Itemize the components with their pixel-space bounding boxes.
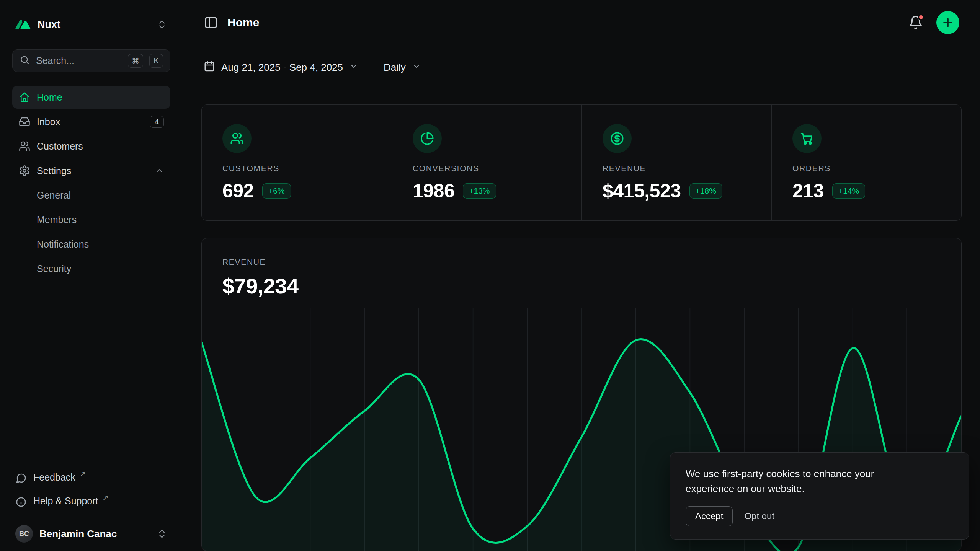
- stat-delta-badge: +18%: [689, 183, 722, 199]
- sidebar-subitem-general[interactable]: General: [12, 184, 170, 207]
- search-placeholder: Search...: [36, 55, 122, 66]
- chevron-down-icon: [412, 62, 421, 73]
- stat-value: $415,523: [603, 180, 681, 202]
- inbox-icon: [19, 116, 30, 127]
- external-link-icon: ↗: [103, 493, 109, 502]
- topbar-actions: [908, 11, 959, 34]
- stat-label: CONVERSIONS: [413, 164, 561, 173]
- cookie-consent-toast: We use first-party cookies to enhance yo…: [670, 452, 969, 540]
- revenue-chart-value: $79,234: [222, 274, 941, 298]
- sidebar-item-label: Settings: [37, 165, 71, 176]
- sidebar: Nuxt Search... ⌘ K Home: [0, 0, 183, 551]
- stat-label: REVENUE: [603, 164, 751, 173]
- workspace-switcher[interactable]: Nuxt: [12, 9, 170, 40]
- cookie-accept-button[interactable]: Accept: [686, 506, 733, 526]
- stat-value: 692: [222, 180, 254, 202]
- feedback-label: Feedback: [33, 472, 75, 483]
- stat-value: 1986: [413, 180, 454, 202]
- sidebar-item-label: Inbox: [37, 116, 60, 127]
- gear-icon: [19, 165, 30, 176]
- stat-delta-badge: +6%: [262, 183, 291, 199]
- date-range-label: Aug 21, 2025 - Sep 4, 2025: [221, 62, 343, 73]
- kbd-cmd: ⌘: [128, 54, 143, 68]
- top-header: Home: [183, 0, 980, 45]
- filters-toolbar: Aug 21, 2025 - Sep 4, 2025 Daily: [183, 45, 980, 90]
- avatar: BC: [15, 525, 33, 543]
- notifications-bell-button[interactable]: [908, 15, 923, 30]
- stat-orders: ORDERS 213 +14%: [771, 105, 961, 220]
- search-input[interactable]: Search... ⌘ K: [12, 49, 170, 72]
- add-button[interactable]: [936, 11, 959, 34]
- sidebar-item-label: Customers: [37, 141, 83, 152]
- sidebar-item-customers[interactable]: Customers: [12, 135, 170, 158]
- period-select[interactable]: Daily: [384, 62, 421, 73]
- period-label: Daily: [384, 62, 406, 73]
- chevron-up-icon: [155, 166, 164, 175]
- page-title: Home: [227, 16, 259, 29]
- feedback-link[interactable]: Feedback ↗: [12, 466, 170, 490]
- kbd-k: K: [149, 54, 163, 68]
- info-circle-icon: [15, 496, 27, 508]
- inbox-count-badge: 4: [150, 116, 164, 128]
- sidebar-subitem-notifications[interactable]: Notifications: [12, 233, 170, 256]
- stat-label: CUSTOMERS: [222, 164, 371, 173]
- stat-conversions: CONVERSIONS 1986 +13%: [392, 105, 581, 220]
- chevrons-up-down-icon: [157, 528, 167, 539]
- sidebar-subitem-security[interactable]: Security: [12, 257, 170, 280]
- revenue-chart-label: REVENUE: [222, 258, 941, 267]
- help-support-link[interactable]: Help & Support ↗: [12, 490, 170, 514]
- revenue-chart-header: REVENUE $79,234: [202, 238, 961, 298]
- notification-dot: [918, 14, 924, 20]
- help-support-label: Help & Support: [33, 496, 98, 507]
- nuxt-logo-icon: [15, 17, 31, 32]
- cookie-message: We use first-party cookies to enhance yo…: [686, 466, 919, 496]
- sidebar-subitem-members[interactable]: Members: [12, 208, 170, 231]
- sidebar-item-label: Home: [37, 92, 62, 103]
- sidebar-item-home[interactable]: Home: [12, 86, 170, 109]
- calendar-icon: [204, 60, 215, 75]
- pie-chart-icon: [413, 124, 442, 153]
- stat-revenue: REVENUE $415,523 +18%: [581, 105, 771, 220]
- stat-delta-badge: +13%: [463, 183, 496, 199]
- home-icon: [19, 91, 30, 103]
- app-root: Nuxt Search... ⌘ K Home: [0, 0, 980, 551]
- users-icon: [19, 140, 30, 152]
- user-name: Benjamin Canac: [39, 528, 117, 540]
- message-bubble-icon: [15, 473, 27, 484]
- chevrons-up-down-icon: [157, 19, 167, 30]
- cookie-actions: Accept Opt out: [686, 506, 954, 526]
- stat-customers: CUSTOMERS 692 +6%: [202, 105, 392, 220]
- chevron-down-icon: [349, 62, 358, 73]
- stat-value: 213: [792, 180, 824, 202]
- external-link-icon: ↗: [80, 469, 86, 478]
- sidebar-toggle-icon[interactable]: [204, 15, 218, 30]
- shopping-cart-icon: [792, 124, 822, 153]
- users-icon: [222, 124, 252, 153]
- stat-label: ORDERS: [792, 164, 941, 173]
- user-menu[interactable]: BC Benjamin Canac: [0, 518, 183, 551]
- stat-delta-badge: +14%: [832, 183, 865, 199]
- sidebar-item-inbox[interactable]: Inbox 4: [12, 110, 170, 133]
- workspace-name: Nuxt: [38, 19, 60, 31]
- plus-icon: [941, 16, 954, 29]
- sidebar-footer: Feedback ↗ Help & Support ↗: [12, 466, 170, 518]
- sidebar-nav: Home Inbox 4 Customers Settings: [12, 86, 170, 282]
- stats-panel: CUSTOMERS 692 +6% CONVERSIONS 1986 +13%: [201, 104, 962, 221]
- dollar-circle-icon: [603, 124, 632, 153]
- search-icon: [20, 55, 30, 67]
- cookie-optout-button[interactable]: Opt out: [744, 511, 774, 522]
- date-range-picker[interactable]: Aug 21, 2025 - Sep 4, 2025: [204, 60, 358, 75]
- sidebar-item-settings[interactable]: Settings: [12, 159, 170, 182]
